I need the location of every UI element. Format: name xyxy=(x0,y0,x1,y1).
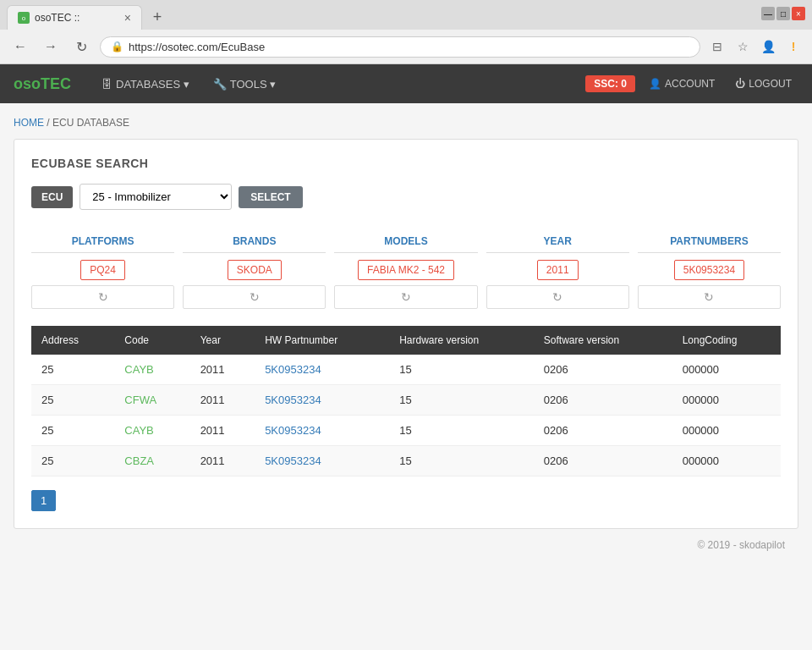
ssc-badge: SSC: 0 xyxy=(585,75,635,92)
reload-button[interactable]: ↻ xyxy=(69,35,93,58)
databases-menu[interactable]: 🗄 DATABASES ▾ xyxy=(91,71,200,97)
cell-address: 25 xyxy=(31,385,114,416)
account-label: ACCOUNT xyxy=(665,78,715,90)
cell-sw-ver: 0206 xyxy=(534,355,672,385)
window-controls: — □ × xyxy=(761,7,805,20)
close-tab-button[interactable]: × xyxy=(124,11,131,25)
cell-year: 2011 xyxy=(190,416,255,446)
models-refresh-button[interactable]: ↻ xyxy=(334,285,477,309)
select-button[interactable]: SELECT xyxy=(239,186,302,208)
year-header: YEAR xyxy=(486,230,629,253)
forward-button[interactable]: → xyxy=(39,35,63,58)
minimize-button[interactable]: — xyxy=(761,7,775,20)
cell-code[interactable]: CBZA xyxy=(114,446,189,476)
close-window-button[interactable]: × xyxy=(792,7,805,20)
partnumbers-refresh-button[interactable]: ↻ xyxy=(638,285,781,309)
nav-right: SSC: 0 👤 ACCOUNT ⏻ LOGOUT xyxy=(585,74,798,93)
back-button[interactable]: ← xyxy=(8,35,32,58)
brand-text-tec: TEC xyxy=(41,75,71,92)
page-footer: © 2019 - skodapilot xyxy=(14,529,798,561)
cell-hw-ver: 15 xyxy=(389,385,534,416)
breadcrumb-current: ECU DATABASE xyxy=(52,117,129,129)
new-tab-button[interactable]: + xyxy=(145,6,169,30)
database-icon: 🗄 xyxy=(102,78,112,91)
nav-menu: 🗄 DATABASES ▾ 🔧 TOOLS ▾ xyxy=(91,71,585,97)
table-row: 25 CAYB 2011 5K0953234 15 0206 000000 xyxy=(31,355,781,385)
cell-year: 2011 xyxy=(190,355,255,385)
tab-bar: o osoTEC :: — □ × × + xyxy=(0,0,812,30)
logout-icon: ⏻ xyxy=(735,78,745,90)
page-content: HOME / ECU DATABASE ECUBASE SEARCH ECU 2… xyxy=(0,103,812,650)
col-address: Address xyxy=(31,326,114,355)
model-tag[interactable]: FABIA MK2 - 542 xyxy=(358,260,454,280)
year-refresh-button[interactable]: ↻ xyxy=(486,285,629,309)
cell-code[interactable]: CAYB xyxy=(114,355,189,385)
cell-code[interactable]: CFWA xyxy=(114,385,189,416)
refresh-icon: ↻ xyxy=(98,290,108,304)
cell-longcoding: 000000 xyxy=(672,385,781,416)
account-icon[interactable]: 👤 xyxy=(758,36,778,57)
ecu-select[interactable]: 25 - Immobilizer 01 - Engine 02 - Transm… xyxy=(80,184,232,210)
cell-address: 25 xyxy=(31,416,114,446)
main-card: ECUBASE SEARCH ECU 25 - Immobilizer 01 -… xyxy=(14,139,798,529)
cell-hw-ver: 15 xyxy=(389,416,534,446)
cast-icon[interactable]: ⊟ xyxy=(707,36,727,57)
year-tag[interactable]: 2011 xyxy=(537,260,579,280)
app-navbar: osoTEC 🗄 DATABASES ▾ 🔧 TOOLS ▾ SSC: 0 👤 … xyxy=(0,64,812,103)
cell-sw-ver: 0206 xyxy=(534,416,672,446)
cell-hw-part[interactable]: 5K0953234 xyxy=(255,416,389,446)
col-sw-ver: Software version xyxy=(534,326,672,355)
brand-logo: osoTEC xyxy=(14,75,71,93)
brand-tag[interactable]: SKODA xyxy=(228,260,282,280)
col-longcoding: LongCoding xyxy=(672,326,781,355)
cell-hw-part[interactable]: 5K0953234 xyxy=(255,355,389,385)
page-1-button[interactable]: 1 xyxy=(31,490,56,511)
data-table: Address Code Year HW Partnumber Hardware… xyxy=(31,326,781,476)
breadcrumb-home[interactable]: HOME xyxy=(14,117,44,129)
brand-text-oso: oso xyxy=(14,75,41,92)
cell-hw-ver: 15 xyxy=(389,355,534,385)
cell-hw-part[interactable]: 5K0953234 xyxy=(255,385,389,416)
partnum-tag[interactable]: 5K0953234 xyxy=(674,260,744,280)
table-row: 25 CBZA 2011 5K0953234 15 0206 000000 xyxy=(31,446,781,476)
cell-address: 25 xyxy=(31,446,114,476)
col-hw-ver: Hardware version xyxy=(389,326,534,355)
cell-code[interactable]: CAYB xyxy=(114,416,189,446)
platform-tag[interactable]: PQ24 xyxy=(80,260,125,280)
platforms-refresh-button[interactable]: ↻ xyxy=(31,285,174,309)
refresh-icon: ↻ xyxy=(401,290,411,304)
logout-button[interactable]: ⏻ LOGOUT xyxy=(728,74,798,93)
refresh-icon: ↻ xyxy=(552,290,562,304)
table-body: 25 CAYB 2011 5K0953234 15 0206 000000 25… xyxy=(31,355,781,476)
extension-icon[interactable]: ! xyxy=(783,36,804,57)
url-display: https://osotec.com/EcuBase xyxy=(129,41,689,53)
maximize-button[interactable]: □ xyxy=(776,7,790,20)
cell-longcoding: 000000 xyxy=(672,416,781,446)
partnumbers-filter: PARTNUMBERS 5K0953234 ↻ xyxy=(638,230,781,309)
card-title: ECUBASE SEARCH xyxy=(31,157,781,170)
cell-address: 25 xyxy=(31,355,114,385)
browser-chrome: o osoTEC :: — □ × × + ← → ↻ 🔒 https://os… xyxy=(0,0,812,64)
cell-year: 2011 xyxy=(190,446,255,476)
cell-hw-part[interactable]: 5K0953234 xyxy=(255,446,389,476)
models-header: MODELS xyxy=(334,230,477,253)
tab-title: osoTEC :: xyxy=(35,12,112,24)
account-icon-nav: 👤 xyxy=(649,78,661,90)
refresh-icon: ↻ xyxy=(704,290,714,304)
address-bar[interactable]: 🔒 https://osotec.com/EcuBase xyxy=(100,36,700,58)
tools-menu[interactable]: 🔧 TOOLS ▾ xyxy=(203,71,286,97)
account-button[interactable]: 👤 ACCOUNT xyxy=(642,74,721,93)
active-tab[interactable]: o osoTEC :: — □ × × xyxy=(7,5,142,30)
table-header: Address Code Year HW Partnumber Hardware… xyxy=(31,326,781,355)
brands-refresh-button[interactable]: ↻ xyxy=(183,285,326,309)
cell-longcoding: 000000 xyxy=(672,446,781,476)
cell-hw-ver: 15 xyxy=(389,446,534,476)
table-header-row: Address Code Year HW Partnumber Hardware… xyxy=(31,326,781,355)
bookmark-icon[interactable]: ☆ xyxy=(732,36,753,57)
ecu-selector: ECU 25 - Immobilizer 01 - Engine 02 - Tr… xyxy=(31,184,781,210)
cell-longcoding: 000000 xyxy=(672,355,781,385)
browser-icons: ⊟ ☆ 👤 ! xyxy=(707,36,804,57)
breadcrumb: HOME / ECU DATABASE xyxy=(14,117,798,129)
filter-columns: PLATFORMS PQ24 ↻ BRANDS SKODA ↻ xyxy=(31,230,781,309)
models-filter: MODELS FABIA MK2 - 542 ↻ xyxy=(334,230,477,309)
